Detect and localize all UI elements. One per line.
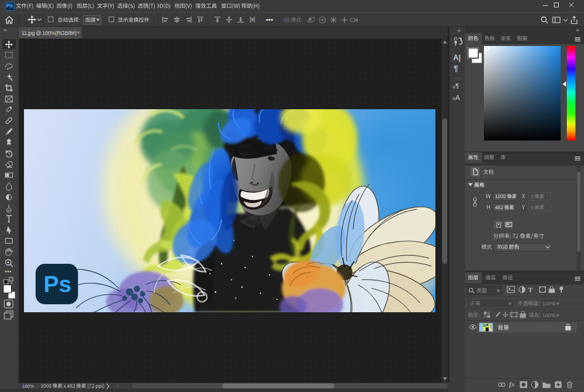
svg-text:Ps: Ps [44, 272, 71, 297]
